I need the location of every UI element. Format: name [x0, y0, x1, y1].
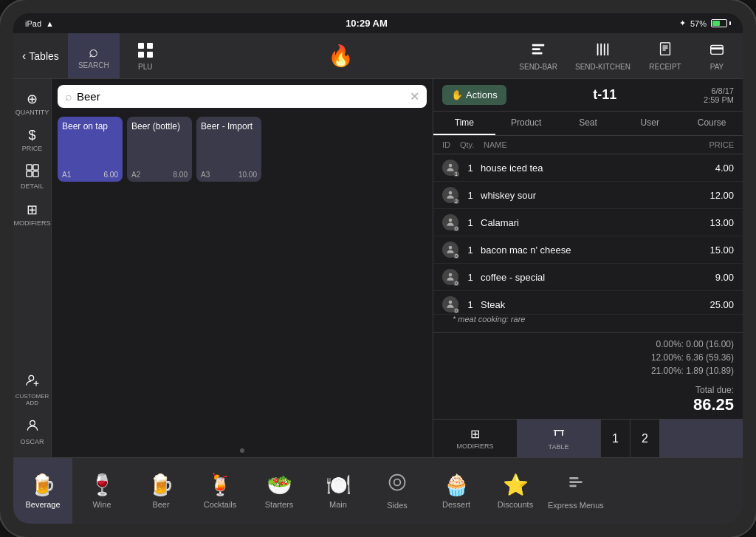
product-card-beer-import[interactable]: Beer - Import A3 10.00 [196, 117, 261, 182]
sidebar-item-oscar[interactable]: OSCAR [13, 412, 52, 451]
category-label: Cocktails [204, 500, 237, 509]
order-item[interactable]: 2 1 whiskey sour 12.00 [433, 182, 743, 209]
search-icon: ⌕ [89, 42, 98, 61]
order-panel: ✋ Actions t-11 6/8/17 2:59 PM Time Produ… [433, 79, 743, 457]
product-grid: Beer on tap A1 6.00 Beer (bottle) A2 8.0… [52, 114, 433, 445]
toolbar-right-actions: SEND-BAR SEND-KITCHEN [510, 33, 743, 79]
product-card-beer-bottle[interactable]: Beer (bottle) A2 8.00 [127, 117, 192, 182]
product-price: 6.00 [104, 171, 118, 179]
col-header-price: PRICE [690, 140, 734, 149]
item-qty: 1 [463, 190, 478, 201]
item-price: 9.00 [693, 272, 734, 283]
receipt-button[interactable]: RECEIPT [639, 33, 691, 79]
item-qty: 1 [463, 217, 478, 228]
item-name: bacon mac n' cheese [478, 244, 693, 256]
category-label: Main [329, 500, 347, 509]
svg-rect-37 [569, 477, 578, 479]
svg-rect-5 [532, 48, 540, 50]
product-name: Beer (bottle) [131, 121, 188, 131]
order-item-with-note[interactable]: 0 1 Steak 25.00 * meat cooking: rare [433, 291, 743, 326]
actions-button[interactable]: ✋ Actions [442, 85, 506, 105]
sidebar-item-quantity[interactable]: ⊕ QUANTITY [13, 85, 51, 122]
svg-rect-9 [604, 43, 605, 55]
send-bar-label: SEND-BAR [519, 63, 557, 71]
product-name: Beer - Import [201, 121, 257, 131]
carrier-label: iPad [25, 19, 41, 28]
beverage-icon: 🍺 [30, 473, 56, 497]
quantity-label: QUANTITY [16, 109, 49, 116]
footer-table-label: TABLE [549, 443, 569, 451]
bottom-category-bar: 🍺 Beverage 🍷 Wine 🍺 Beer 🍹 Cocktails 🥗 S… [13, 457, 743, 524]
total-due-amount: 86.25 [693, 395, 734, 414]
total-line-1: 0.00%: 0.00 (16.00) [442, 338, 734, 351]
status-left: iPad ▲ [25, 19, 54, 28]
sidebar-item-customer-add[interactable]: CUSTOMER ADD [13, 367, 52, 412]
svg-rect-21 [32, 171, 38, 177]
footer-seat-1[interactable]: 1 [600, 420, 630, 457]
pay-button[interactable]: PAY [691, 33, 743, 79]
wifi-icon: ▲ [46, 19, 54, 28]
col-header-id: ID [442, 140, 460, 149]
footer-seat-2[interactable]: 2 [630, 420, 659, 457]
order-item[interactable]: 0 1 bacon mac n' cheese 15.00 [433, 236, 743, 264]
order-date: 6/8/17 [704, 86, 734, 95]
tab-time[interactable]: Time [433, 112, 495, 135]
plu-toolbar-button[interactable]: PLU [120, 33, 171, 78]
category-dessert[interactable]: 🧁 Dessert [427, 458, 486, 524]
back-label: Tables [29, 50, 58, 62]
order-totals: 0.00%: 0.00 (16.00) 12.00%: 6.36 (59.36)… [433, 332, 743, 382]
category-main[interactable]: 🍽️ Main [309, 458, 368, 524]
item-note: * meat cooking: rare [433, 315, 743, 326]
category-sides[interactable]: Sides [368, 458, 427, 524]
sidebar-item-detail[interactable]: DETAIL [13, 158, 51, 196]
order-item[interactable]: 0 1 coffee - special 9.00 [433, 264, 743, 291]
category-starters[interactable]: 🥗 Starters [250, 458, 309, 524]
category-cocktails[interactable]: 🍹 Cocktails [190, 458, 250, 524]
order-items-list: 1 1 house iced tea 4.00 2 1 whiskey sou [433, 154, 743, 332]
search-input[interactable] [77, 90, 405, 103]
tab-product[interactable]: Product [495, 112, 557, 135]
order-footer: ⊞ MODIFIERS TABLE [433, 419, 743, 457]
receipt-label: RECEIPT [649, 63, 681, 71]
svg-rect-32 [553, 430, 563, 431]
product-card-beer-on-tap[interactable]: Beer on tap A1 6.00 [58, 117, 123, 182]
actions-label: Actions [466, 89, 498, 100]
category-beverage[interactable]: 🍺 Beverage [13, 458, 72, 524]
send-kitchen-button[interactable]: SEND-KITCHEN [566, 33, 639, 79]
col-header-qty: Qty. [460, 140, 484, 149]
category-beer[interactable]: 🍺 Beer [131, 458, 190, 524]
main-content: ⊕ QUANTITY $ PRICE [13, 79, 743, 457]
sidebar-item-price[interactable]: $ PRICE [13, 122, 51, 158]
sides-icon [387, 472, 408, 498]
svg-rect-19 [32, 165, 38, 170]
category-label: Express Menus [548, 501, 604, 510]
search-toolbar-button[interactable]: ⌕ SEARCH [68, 33, 120, 78]
order-date-time: 6/8/17 2:59 PM [704, 86, 734, 104]
tab-user[interactable]: User [619, 112, 681, 135]
detail-icon [26, 164, 39, 181]
send-bar-button[interactable]: SEND-BAR [510, 33, 566, 79]
category-express-menus[interactable]: Express Menus [545, 458, 607, 524]
svg-point-25 [30, 420, 35, 425]
footer-tab-table[interactable]: TABLE [517, 420, 600, 457]
top-toolbar: ‹ Tables ⌕ SEARCH PLU 🔥 [13, 33, 743, 79]
receipt-icon [657, 41, 673, 61]
category-discounts[interactable]: ⭐ Discounts [486, 458, 545, 524]
status-bar: iPad ▲ 10:29 AM ✦ 57% [13, 13, 743, 33]
order-item[interactable]: 1 1 house iced tea 4.00 [433, 154, 743, 182]
category-wine[interactable]: 🍷 Wine [72, 458, 131, 524]
order-item[interactable]: 0 1 Calamari 13.00 [433, 209, 743, 236]
item-qty: 1 [463, 163, 478, 174]
search-clear-button[interactable]: ✕ [410, 89, 419, 103]
sidebar-item-modifiers[interactable]: ⊞ MODIFIERS [13, 196, 51, 233]
svg-point-28 [449, 219, 453, 222]
footer-tab-modifiers[interactable]: ⊞ MODIFIERS [433, 420, 517, 457]
category-label: Discounts [498, 500, 533, 509]
svg-rect-10 [608, 43, 609, 55]
modifiers-icon: ⊞ [27, 202, 38, 218]
svg-rect-15 [711, 45, 724, 54]
back-button[interactable]: ‹ Tables [13, 49, 68, 63]
actions-icon: ✋ [451, 89, 463, 100]
tab-seat[interactable]: Seat [557, 112, 619, 135]
tab-course[interactable]: Course [681, 112, 743, 135]
